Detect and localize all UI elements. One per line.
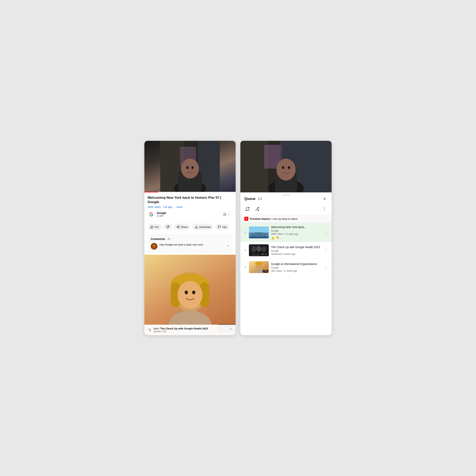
svg-rect-53 [249,237,269,238]
share-button[interactable]: Share [174,224,191,230]
action-buttons-row: 421 Share [144,221,236,233]
svg-point-43 [288,166,290,169]
svg-rect-36 [240,141,268,192]
comment-text: Hey Google we want a dash cam next [159,243,224,247]
video-meta: 265K views 11d ago ...more [148,205,232,208]
next-title: The Check Up with Google Health 2023 [160,327,208,330]
queue-close-button[interactable]: × [321,196,328,202]
subscribe-bell-button[interactable] [221,211,232,217]
queue-channel-3: Google [271,266,322,269]
comment-item: Hey Google we want a dash cam next ⌄ [151,243,229,250]
svg-point-58 [261,247,266,252]
queue-icon [148,328,152,332]
channel-info[interactable]: Google 10.9M [148,211,166,218]
svg-point-41 [276,159,295,181]
svg-line-14 [177,226,178,227]
svg-point-67 [255,262,262,266]
view-count: 265K views [148,205,161,208]
next-prefix: Next: [153,327,159,330]
channel-details: Google 10.9M [157,211,166,217]
download-button[interactable]: Download [192,224,213,230]
queue-item-more-1[interactable]: ⋮ [324,230,328,235]
more-link[interactable]: ...more [174,205,182,208]
channel-subs: 10.9M [157,215,166,217]
right-video-thumbnail[interactable] [240,141,332,192]
next-bar-left: Next: The Check Up with Google Health 20… [148,327,208,333]
queue-header: Queue 1/3 × [240,192,332,204]
queue-info-2: The Check Up with Google Health 2023 Goo… [271,245,322,255]
queue-channel-2: Google [271,250,322,252]
shuffle-button[interactable] [254,206,260,212]
next-chevron-up[interactable]: ⌃ [229,328,232,332]
queue-item-more-2[interactable]: ⋮ [324,248,328,253]
queue-item-1[interactable]: ≡ Welcoming New York bac [240,223,332,242]
comment-expand-icon[interactable]: ⌄ [226,243,229,247]
next-video-thumbnail[interactable]: That's customers. Next: The Check Up wit… [144,255,236,335]
channel-row: Google 10.9M [148,211,232,218]
drag-handle-1: ≡ [244,230,247,235]
video-progress-fill [144,192,158,192]
premium-lineup-label: Line up what to watch [272,217,298,220]
screenshot-container: Welcoming New York back to historic Pier… [129,129,347,347]
svg-point-28 [192,290,195,294]
queue-info-1: Welcoming New York back... Google 265K v… [271,225,322,239]
svg-point-6 [181,159,199,178]
svg-point-10 [178,226,179,226]
next-queue-label: Queue • 1/3 [153,330,208,333]
next-info: Next: The Check Up with Google Health 20… [153,327,208,333]
comment-count: 47 [167,238,170,240]
premium-feature-label: Premium feature [250,217,270,220]
queue-title: Queue [244,197,255,201]
queue-thumb-1 [249,226,269,238]
queue-position: 1/3 [257,197,262,201]
svg-point-8 [191,166,194,169]
queue-controls [240,204,332,215]
comments-label: Comments [151,238,165,240]
scroll-indicator [282,195,290,195]
premium-banner: P Premium feature • Line up what to watc… [240,215,332,223]
comments-header: Comments 47 [151,238,229,240]
svg-point-46 [324,207,325,208]
queue-item-2[interactable]: ≡ The Check Up with Google Health [240,242,332,259]
queue-more-button[interactable] [321,206,328,212]
dislike-button[interactable] [163,224,172,230]
queue-title-group: Queue 1/3 [244,197,262,201]
svg-text:with Google Health: with Google Health [250,247,258,249]
svg-text:The Check Up: The Check Up [250,246,258,247]
download-label: Download [199,225,211,228]
video-progress-bar[interactable] [144,192,236,192]
svg-point-27 [185,290,188,294]
queue-meta-1: 265K views • 11 days ago [271,233,322,236]
main-video-thumbnail[interactable] [144,141,236,192]
drag-handle-3: ≡ [244,265,247,269]
queue-dislike-1[interactable]: 👎 [276,236,279,239]
svg-rect-54 [249,226,269,232]
queue-video-title-3: Google at International Organizations [271,262,322,266]
svg-point-18 [153,244,155,247]
queue-thumbs-1: 👍 👎 [271,236,322,239]
queue-item-3[interactable]: ≡ [240,259,332,276]
channel-avatar [148,211,155,218]
queue-like-1[interactable]: 👍 [271,236,274,239]
next-video-bar[interactable]: Next: The Check Up with Google Health 20… [144,325,236,335]
clip-button[interactable]: Clip [215,224,229,230]
like-button[interactable]: 421 [148,224,162,230]
svg-point-11 [177,226,178,227]
video-info-section: Welcoming New York back to historic Pier… [144,192,236,221]
video-title: Welcoming New York back to historic Pier… [148,196,232,204]
clip-label: Clip [222,225,226,228]
queue-channel-1: Google [271,229,322,232]
queue-item-more-3[interactable]: ⋮ [324,265,328,269]
svg-point-42 [282,166,284,169]
right-phone-panel: Queue 1/3 × [240,141,332,335]
next-label: Next: The Check Up with Google Health 20… [153,327,208,330]
queue-panel: Queue 1/3 × [240,192,332,335]
svg-point-48 [324,210,325,211]
comments-section[interactable]: Comments 47 Hey Google we want a dash ca… [148,234,232,253]
drag-handle-2: ≡ [244,248,247,253]
svg-point-7 [186,166,189,169]
svg-point-47 [324,209,325,209]
comment-avatar [151,243,157,250]
repeat-button[interactable] [244,206,251,212]
queue-meta-2: Streamed 3 weeks ago [271,253,322,255]
